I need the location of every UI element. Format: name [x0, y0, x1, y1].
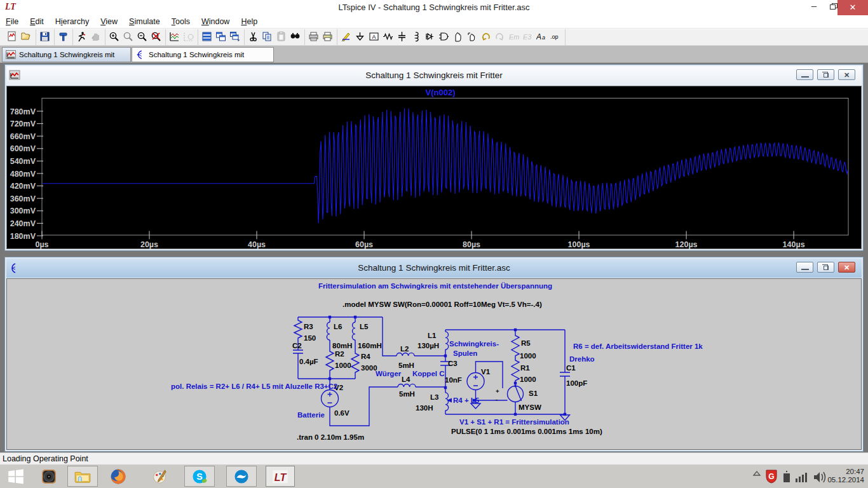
waveform-minimize-button[interactable]: [796, 69, 813, 80]
schematic-label-tran[interactable]: .tran 0 2.10m 1.95m: [297, 433, 364, 441]
menu-simulate[interactable]: Simulate: [123, 15, 166, 28]
resistor-icon[interactable]: [381, 29, 395, 44]
capacitor-icon[interactable]: [395, 29, 409, 44]
schematic-label-r5[interactable]: R5: [521, 339, 531, 347]
save-icon[interactable]: [38, 29, 52, 44]
schematic-label-pulse[interactable]: PULSE(0 1 1ms 0.001ms 0.001ms 1ms 10m): [451, 428, 602, 435]
waveform-restore-button[interactable]: [817, 69, 834, 80]
paste-icon[interactable]: [275, 29, 288, 44]
menu-edit[interactable]: Edit: [24, 15, 50, 28]
zoom-full-extents-icon[interactable]: [149, 29, 163, 44]
schematic-label-model[interactable]: .model MYSW SW(Ron=0.00001 Roff=10Meg Vt…: [342, 301, 542, 308]
schematic-label-c3[interactable]: C3: [448, 360, 458, 367]
schematic-label-schwing2[interactable]: Spulen: [453, 349, 477, 357]
run-icon[interactable]: [75, 29, 89, 44]
schematic-label-l6v[interactable]: 80mH: [332, 342, 352, 349]
schematic-restore-button[interactable]: [817, 262, 834, 273]
halt-icon[interactable]: [89, 29, 103, 44]
plot-settings-icon[interactable]: [182, 29, 196, 44]
zoom-area-icon[interactable]: [121, 29, 135, 44]
schematic-label-koppelc[interactable]: Koppel C: [412, 370, 444, 377]
menu-file[interactable]: File: [0, 15, 24, 28]
tab-waveform[interactable]: Schaltung 1 Schwingkreis mit Fritter: [2, 47, 131, 62]
app-close-button[interactable]: ✕: [837, 0, 868, 15]
print-icon[interactable]: [321, 29, 335, 44]
open-icon[interactable]: [20, 29, 34, 44]
cascade-icon[interactable]: [228, 29, 242, 44]
taskbar-firefox-icon[interactable]: [105, 466, 131, 487]
menu-tools[interactable]: Tools: [166, 15, 196, 28]
menu-hierarchy[interactable]: Hierarchy: [50, 15, 95, 28]
spice-directive-icon[interactable]: .op: [549, 29, 563, 44]
inductor-icon[interactable]: [409, 29, 423, 44]
schematic-label-c2[interactable]: C2: [292, 342, 302, 349]
schematic-label-sminus[interactable]: -: [496, 396, 498, 403]
menu-help[interactable]: Help: [235, 15, 263, 28]
schematic-label-c1[interactable]: C1: [566, 364, 576, 372]
redo-icon[interactable]: [493, 29, 507, 44]
cut-icon[interactable]: [247, 29, 261, 44]
schematic-label-r6note[interactable]: R6 = def. Arbeitswiderstand Fritter 1k: [573, 342, 703, 350]
waveform-close-button[interactable]: ✕: [838, 69, 855, 80]
taskbar-skype-icon[interactable]: S: [184, 466, 215, 487]
schematic-label-v2v[interactable]: 0.6V: [334, 409, 349, 417]
schematic-label-frittersim[interactable]: V1 + S1 + R1 = Frittersimulation: [459, 418, 569, 426]
schematic-label-schwing1[interactable]: Schwingkreis-: [449, 340, 499, 348]
net-label-icon[interactable]: A: [367, 29, 381, 44]
taskbar-file-explorer-icon[interactable]: [67, 466, 98, 487]
schematic-label-l1[interactable]: L1: [428, 332, 437, 339]
taskbar-ltspice-icon[interactable]: LT: [266, 466, 295, 487]
taskbar-paint-palette-icon[interactable]: [147, 466, 172, 487]
draw-wire-icon[interactable]: [339, 29, 353, 44]
schematic-label-r4l5[interactable]: R4 + L5: [453, 396, 480, 404]
schematic-label-c1v[interactable]: 100pF: [566, 379, 587, 387]
menu-view[interactable]: View: [95, 15, 123, 28]
ground-icon[interactable]: [353, 29, 367, 44]
clock[interactable]: 20:4705.12.2014: [827, 468, 864, 484]
diode-icon[interactable]: [423, 29, 437, 44]
text-icon[interactable]: Aa: [535, 29, 549, 44]
control-panel-icon[interactable]: [57, 29, 71, 44]
taskbar-openoffice-icon[interactable]: [226, 466, 257, 487]
schematic-label-l2v[interactable]: 5mH: [398, 362, 414, 369]
schematic-label-r4[interactable]: R4: [361, 353, 370, 360]
tile-vertical-icon[interactable]: [200, 29, 214, 44]
schematic-label-header[interactable]: Frittersimulation am Schwingkreis mit en…: [318, 282, 552, 290]
component-icon[interactable]: [437, 29, 451, 44]
schematic-label-l1v[interactable]: 130µH: [417, 342, 439, 349]
tile-horizontal-icon[interactable]: [214, 29, 228, 44]
schematic-label-r2[interactable]: R2: [335, 350, 344, 358]
schematic-label-l5[interactable]: L5: [360, 323, 369, 330]
find-icon[interactable]: [288, 29, 302, 44]
schematic-label-r1v[interactable]: 1000: [520, 376, 536, 383]
copy-icon[interactable]: [261, 29, 275, 44]
schematic-label-r5v[interactable]: 1000: [520, 352, 536, 360]
schematic-close-button[interactable]: ✕: [838, 262, 855, 273]
schematic-label-v1[interactable]: V1: [481, 368, 491, 376]
schematic-minimize-button[interactable]: [796, 262, 813, 273]
autorange-icon[interactable]: [168, 29, 182, 44]
schematic-canvas[interactable]: Frittersimulation am Schwingkreis mit en…: [6, 278, 862, 450]
schematic-label-batterie[interactable]: Batterie: [297, 411, 325, 419]
schematic-label-polrelais[interactable]: pol. Relais = R2+ L6 / R4+ L5 mit Aluzel…: [171, 383, 337, 390]
menu-window[interactable]: Window: [196, 15, 235, 28]
schematic-label-l2[interactable]: L2: [400, 345, 409, 353]
schematic-label-l6[interactable]: L6: [334, 323, 342, 330]
rotate-icon[interactable]: E3: [521, 29, 535, 44]
schematic-label-wuerger[interactable]: Würger: [376, 370, 402, 377]
waveform-plot-area[interactable]: V(n002)780mV720mV660mV600mV540mV480mV420…: [6, 86, 862, 249]
schematic-label-r3[interactable]: R3: [304, 323, 313, 330]
schematic-label-l3[interactable]: L3: [430, 393, 438, 401]
undo-icon[interactable]: [479, 29, 493, 44]
schematic-label-r3v[interactable]: 150: [304, 334, 316, 342]
schematic-label-l4[interactable]: L4: [402, 376, 410, 383]
waveform-window-titlebar[interactable]: Schaltung 1 Schwingkreis mit Fritter ✕: [6, 66, 862, 85]
schematic-label-c2v[interactable]: 0.4µF: [299, 358, 318, 365]
zoom-in-icon[interactable]: [107, 29, 121, 44]
schematic-label-l4v[interactable]: 5mH: [399, 390, 415, 398]
schematic-label-r4v[interactable]: 3000: [361, 364, 377, 372]
schematic-window-titlebar[interactable]: Schaltung 1 Schwingkreis mit Fritter.asc…: [6, 259, 862, 278]
schematic-label-r1[interactable]: R1: [520, 364, 530, 372]
tab-schematic[interactable]: Schaltung 1 Schwingkreis mit Fritter.asc: [132, 47, 274, 62]
schematic-label-r2v[interactable]: 1000: [335, 362, 351, 369]
